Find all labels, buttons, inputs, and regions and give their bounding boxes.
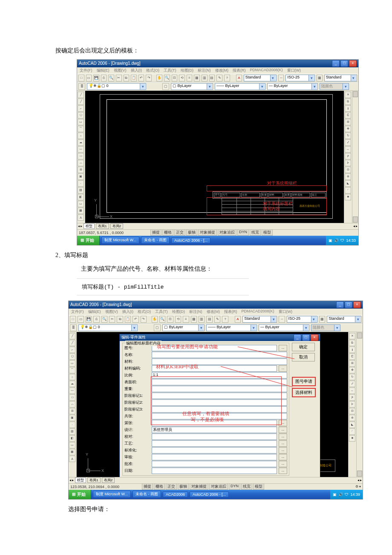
- browse-button[interactable]: ...: [279, 434, 287, 440]
- erase-icon[interactable]: ✕: [345, 92, 351, 98]
- design-center-icon[interactable]: ▦: [191, 316, 197, 323]
- menu-item[interactable]: PDMACAD2008(K): [242, 309, 274, 315]
- open-icon[interactable]: ▭: [78, 316, 84, 323]
- print-icon[interactable]: ⎙: [93, 316, 99, 323]
- drawing-canvas-2[interactable]: Y X h 西西玉盘制造公司 编辑-零件属性: [77, 332, 348, 477]
- close-button[interactable]: ×: [349, 60, 357, 67]
- break-icon[interactable]: ⊟: [349, 408, 355, 414]
- erase-icon[interactable]: ✕: [349, 333, 355, 339]
- menu-item[interactable]: 文件(F): [71, 309, 84, 315]
- insert-icon[interactable]: ⊞: [78, 167, 84, 173]
- region-icon[interactable]: ▭: [78, 201, 84, 207]
- explode-icon[interactable]: ✸: [349, 435, 355, 442]
- offset-icon[interactable]: ⊏: [349, 353, 355, 360]
- insert-icon[interactable]: ⊞: [69, 408, 75, 414]
- markup-icon[interactable]: ✎: [216, 75, 222, 81]
- start-button[interactable]: ⊞ 开始: [77, 236, 100, 245]
- layer-combo[interactable]: 💡❄🔒▢ 0: [78, 324, 138, 331]
- ellipse-icon[interactable]: ⬭: [78, 153, 84, 159]
- plotstyle-combo[interactable]: 随颜色: [311, 324, 340, 331]
- rotate-icon[interactable]: ↻: [349, 374, 355, 380]
- toggle-snap[interactable]: 捕捉: [142, 483, 153, 490]
- cut-icon[interactable]: ✂: [109, 316, 115, 323]
- zoom-window-icon[interactable]: ⊡: [172, 75, 178, 81]
- browse-button[interactable]: ...: [279, 345, 287, 351]
- polygon-icon[interactable]: ⬠: [69, 353, 75, 360]
- color-swatch-icon[interactable]: ▢: [162, 83, 169, 90]
- cut-icon[interactable]: ✂: [116, 75, 122, 81]
- color-combo[interactable]: ▢ ByLayer: [171, 83, 213, 90]
- stretch-icon[interactable]: ↔: [349, 387, 355, 394]
- menu-item[interactable]: 标注(N): [198, 68, 211, 73]
- linetype-combo[interactable]: —— ByLayer: [206, 324, 257, 331]
- spline-icon[interactable]: 〰: [69, 387, 75, 394]
- vertical-scrollbar-2[interactable]: [356, 332, 363, 477]
- preview-icon[interactable]: 🔍: [108, 75, 114, 81]
- hatch-icon[interactable]: ▨: [69, 428, 75, 435]
- layer-manager-icon[interactable]: ≣: [78, 83, 85, 90]
- copy-obj-icon[interactable]: ⧉: [345, 98, 351, 105]
- toggle-dyn[interactable]: DYN: [229, 483, 240, 490]
- menu-item[interactable]: 窗口(W): [279, 309, 293, 315]
- vertical-scrollbar[interactable]: [352, 91, 358, 223]
- offset-icon[interactable]: ⊏: [345, 112, 351, 119]
- chamfer-icon[interactable]: ◣: [349, 422, 355, 428]
- help-icon[interactable]: ?: [224, 75, 230, 81]
- toggle-polar[interactable]: 极轴: [178, 483, 189, 490]
- toggle-polar[interactable]: 极轴: [186, 229, 197, 236]
- preview-icon[interactable]: 🔍: [101, 316, 107, 323]
- fillet-icon[interactable]: ◜: [349, 428, 355, 435]
- menu-item[interactable]: 绘图(D): [172, 309, 185, 315]
- field-input[interactable]: [152, 468, 277, 474]
- tab-layout2[interactable]: 布局2: [102, 477, 115, 483]
- point-icon[interactable]: ·: [78, 180, 84, 187]
- color-combo[interactable]: ▢ ByLayer: [162, 324, 205, 331]
- menu-item[interactable]: 编辑(E): [97, 68, 110, 73]
- properties-icon[interactable]: ≡: [183, 316, 189, 323]
- rotate-icon[interactable]: ↻: [345, 133, 351, 139]
- menu-item[interactable]: 修改(M): [207, 309, 220, 315]
- ok-button[interactable]: 确定: [292, 343, 315, 351]
- taskbar-item[interactable]: 制度 Microsoft W...: [101, 237, 139, 244]
- pan-icon[interactable]: ✋: [152, 316, 158, 323]
- toggle-otrack[interactable]: 对象追踪: [218, 229, 236, 236]
- system-tray-2[interactable]: ▣ 🔊 🛡 14:39: [330, 490, 363, 499]
- trim-icon[interactable]: ⊁: [349, 394, 355, 401]
- close-button[interactable]: ×: [353, 301, 361, 308]
- mirror-icon[interactable]: ⫿: [345, 105, 351, 112]
- toggle-grid[interactable]: 栅格: [154, 483, 165, 490]
- field-input[interactable]: [152, 447, 277, 454]
- redo-icon[interactable]: ↷: [146, 75, 152, 81]
- mirror-icon[interactable]: ⫿: [349, 347, 355, 353]
- drawing-canvas[interactable]: 对于系统明细栏 序号 代号 名称 数量 材料 单重 材料规格 备注: [85, 91, 344, 223]
- cancel-button[interactable]: 取消: [292, 353, 315, 361]
- tablestyle-combo[interactable]: Standard: [324, 75, 357, 81]
- line-icon[interactable]: ╱: [69, 333, 75, 339]
- fillet-icon[interactable]: ◜: [345, 187, 351, 194]
- scale-icon[interactable]: ⤢: [345, 139, 351, 146]
- rect-icon[interactable]: ▭: [69, 360, 75, 367]
- hatch-icon[interactable]: ▨: [78, 187, 84, 194]
- menu-item[interactable]: PDMACAD2008(K): [250, 68, 283, 73]
- dialog-maximize[interactable]: □: [302, 334, 310, 341]
- taskbar-item[interactable]: AutoCAD 2006 - [...: [190, 491, 229, 497]
- explode-icon[interactable]: ✸: [345, 194, 351, 200]
- new-icon[interactable]: □: [78, 75, 84, 81]
- save-icon[interactable]: 💾: [86, 316, 92, 323]
- toggle-lwt[interactable]: 线宽: [241, 483, 252, 490]
- start-button[interactable]: ⊞ 开始: [69, 490, 91, 499]
- menu-item[interactable]: 视图(V): [105, 309, 118, 315]
- open-icon[interactable]: ▭: [86, 75, 92, 81]
- stretch-icon[interactable]: ↔: [345, 146, 351, 153]
- field-input[interactable]: [152, 454, 277, 460]
- menu-item[interactable]: 工具(T): [164, 68, 176, 73]
- sheetset-icon[interactable]: ▤: [209, 75, 215, 81]
- toggle-snap[interactable]: 捕捉: [150, 229, 161, 236]
- taskbar-item[interactable]: 未命名 - 画图: [133, 491, 161, 498]
- menu-item[interactable]: 报表(R): [224, 309, 237, 315]
- toggle-grid[interactable]: 栅格: [162, 229, 173, 236]
- region-icon[interactable]: ▭: [69, 442, 75, 448]
- system-tray[interactable]: ▣ 🔊 🛡 14:33: [326, 236, 358, 245]
- move-icon[interactable]: ✥: [349, 367, 355, 373]
- menu-item[interactable]: 插入(I): [122, 309, 134, 315]
